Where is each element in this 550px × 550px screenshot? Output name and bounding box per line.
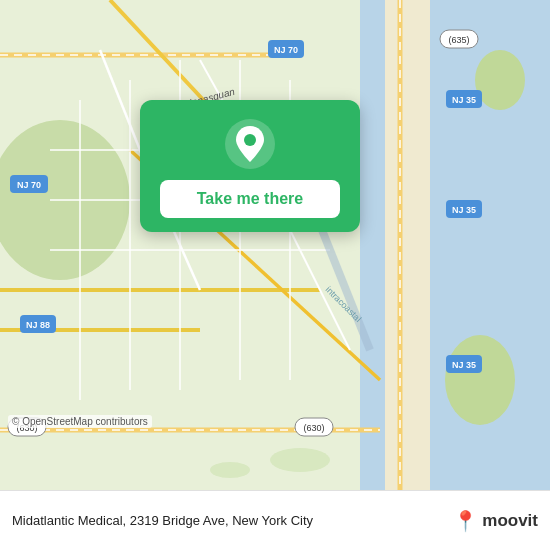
svg-point-7 [210, 462, 250, 478]
moovit-pin-icon: 📍 [453, 509, 478, 533]
svg-point-6 [270, 448, 330, 472]
svg-text:NJ 35: NJ 35 [452, 95, 476, 105]
take-me-there-button[interactable]: Take me there [160, 180, 340, 218]
location-card: Take me there [140, 100, 360, 232]
svg-text:NJ 35: NJ 35 [452, 360, 476, 370]
map-container: NJ 70 NJ 88 NJ 35 NJ 35 NJ 35 (635) NJ 7… [0, 0, 550, 490]
svg-text:NJ 35: NJ 35 [452, 205, 476, 215]
location-pin-icon [224, 118, 276, 170]
svg-point-10 [475, 50, 525, 110]
moovit-logo-text: moovit [482, 511, 538, 531]
bottom-bar: Midatlantic Medical, 2319 Bridge Ave, Ne… [0, 490, 550, 550]
svg-text:(635): (635) [448, 35, 469, 45]
svg-text:NJ 70: NJ 70 [17, 180, 41, 190]
svg-text:NJ 70: NJ 70 [274, 45, 298, 55]
address-text: Midatlantic Medical, 2319 Bridge Ave, Ne… [12, 513, 453, 528]
svg-marker-5 [385, 0, 430, 490]
svg-text:(630): (630) [303, 423, 324, 433]
svg-point-56 [244, 134, 256, 146]
svg-text:NJ 88: NJ 88 [26, 320, 50, 330]
moovit-logo: 📍 moovit [453, 509, 538, 533]
svg-point-9 [445, 335, 515, 425]
attribution: © OpenStreetMap contributors [8, 415, 152, 428]
